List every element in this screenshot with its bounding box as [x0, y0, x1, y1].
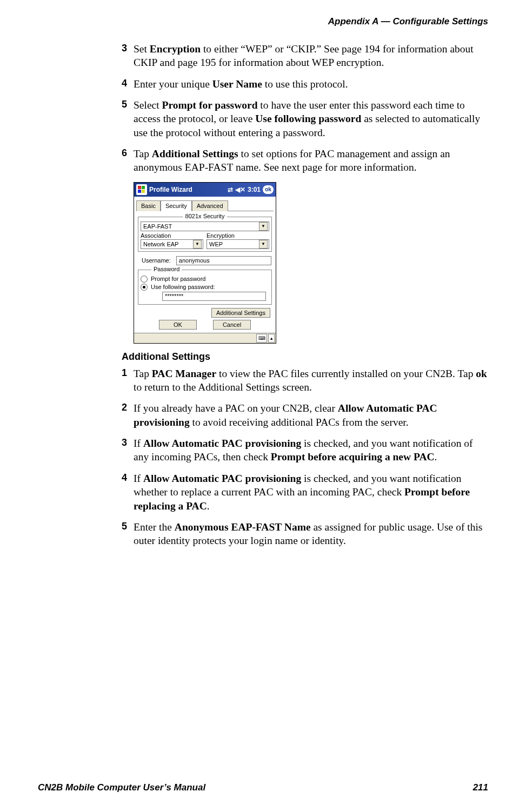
encryption-dropdown[interactable]: WEP ▼: [207, 239, 269, 249]
page-header: Appendix A — Configurable Settings: [38, 16, 488, 27]
encryption-value: WEP: [209, 241, 223, 247]
tab-basic[interactable]: Basic: [136, 200, 161, 211]
step-number: 6: [122, 147, 127, 159]
username-field[interactable]: anonymous: [176, 256, 271, 265]
step-number: 4: [122, 472, 127, 484]
association-dropdown[interactable]: Network EAP ▼: [141, 239, 203, 249]
step-number: 1: [122, 367, 127, 379]
step-text: If Allow Automatic PAC provisioning is c…: [134, 438, 473, 462]
svg-rect-0: [138, 186, 141, 189]
connectivity-icon[interactable]: ⇄: [228, 186, 233, 193]
step-text: Set Encryption to either “WEP” or “CKIP.…: [134, 43, 474, 68]
step-item: 1Tap PAC Manager to view the PAC files c…: [122, 367, 488, 394]
radio-use-following[interactable]: [141, 284, 148, 291]
chevron-down-icon: ▼: [193, 240, 202, 249]
radio-use-label: Use following password:: [151, 284, 215, 290]
password-group: Password Prompt for password Use followi…: [138, 270, 272, 305]
svg-rect-2: [138, 190, 141, 193]
password-group-label: Password: [151, 266, 182, 272]
step-item: 6Tap Additional Settings to set options …: [122, 147, 488, 175]
pda-screenshot: Profile Wizard ⇄ ◀✕ 3:01 ok Basic Securi…: [134, 182, 276, 344]
chevron-down-icon: ▼: [259, 240, 268, 249]
step-item: 4Enter your unique User Name to use this…: [122, 77, 488, 91]
pda-titlebar: Profile Wizard ⇄ ◀✕ 3:01 ok: [134, 183, 276, 197]
step-item: 4If Allow Automatic PAC provisioning is …: [122, 472, 488, 513]
step-text: Tap Additional Settings to set options f…: [134, 148, 450, 173]
step-number: 5: [122, 98, 127, 111]
sip-bar: ⌨ ▴: [134, 333, 276, 343]
step-item: 3If Allow Automatic PAC provisioning is …: [122, 437, 488, 464]
pda-clock: 3:01: [248, 186, 261, 193]
pda-title-text: Profile Wizard: [149, 186, 192, 193]
step-number: 4: [122, 77, 127, 90]
step-item: 5Select Prompt for password to have the …: [122, 98, 488, 139]
eap-dropdown[interactable]: EAP-FAST ▼: [141, 222, 269, 231]
tab-advanced[interactable]: Advanced: [192, 200, 228, 211]
steps-list-top: 3Set Encryption to either “WEP” or “CKIP…: [122, 42, 488, 175]
radio-prompt-label: Prompt for password: [151, 276, 205, 282]
pda-ok-button[interactable]: ok: [263, 185, 274, 194]
security-group-label: 8021x Security: [183, 213, 227, 219]
step-text: Select Prompt for password to have the u…: [134, 99, 480, 138]
svg-rect-3: [142, 190, 145, 193]
step-item: 3Set Encryption to either “WEP” or “CKIP…: [122, 42, 488, 70]
footer-right: 211: [473, 782, 488, 793]
keyboard-icon[interactable]: ⌨: [256, 334, 267, 343]
additional-settings-button[interactable]: Additional Settings: [211, 308, 270, 318]
tab-strip: Basic Security Advanced: [136, 200, 274, 211]
ok-button[interactable]: OK: [159, 320, 197, 330]
step-item: 2If you already have a PAC on your CN2B,…: [122, 401, 488, 429]
step-text: If you already have a PAC on your CN2B, …: [134, 402, 437, 427]
svg-rect-1: [142, 186, 145, 189]
step-number: 2: [122, 401, 127, 414]
step-number: 5: [122, 520, 127, 533]
chevron-down-icon: ▼: [259, 222, 268, 231]
step-text: If Allow Automatic PAC provisioning is c…: [134, 473, 470, 512]
username-value: anonymous: [179, 257, 210, 264]
step-text: Enter your unique User Name to use this …: [134, 78, 348, 90]
eap-value: EAP-FAST: [143, 223, 172, 230]
step-number: 3: [122, 42, 127, 55]
security-group: 8021x Security EAP-FAST ▼ Association Ne…: [138, 217, 272, 252]
password-value: ********: [165, 293, 183, 299]
password-field[interactable]: ********: [162, 292, 266, 301]
step-number: 3: [122, 437, 127, 449]
start-icon[interactable]: [136, 184, 147, 195]
footer-left: CN2B Mobile Computer User’s Manual: [38, 782, 205, 793]
step-text: Tap PAC Manager to view the PAC files cu…: [134, 368, 487, 393]
radio-prompt[interactable]: [141, 276, 148, 283]
step-item: 5Enter the Anonymous EAP-FAST Name as as…: [122, 520, 488, 548]
subheading-additional-settings: Additional Settings: [122, 351, 488, 363]
encryption-label: Encryption: [207, 232, 269, 239]
step-text: Enter the Anonymous EAP-FAST Name as ass…: [134, 521, 482, 546]
volume-icon[interactable]: ◀✕: [235, 186, 245, 193]
cancel-button[interactable]: Cancel: [213, 320, 251, 330]
sip-up-icon[interactable]: ▴: [268, 334, 275, 343]
username-label: Username:: [142, 257, 171, 264]
tab-security[interactable]: Security: [161, 200, 192, 211]
association-value: Network EAP: [143, 241, 178, 247]
association-label: Association: [141, 232, 203, 239]
steps-list-bottom: 1Tap PAC Manager to view the PAC files c…: [122, 367, 488, 548]
main-content: 3Set Encryption to either “WEP” or “CKIP…: [122, 42, 488, 548]
